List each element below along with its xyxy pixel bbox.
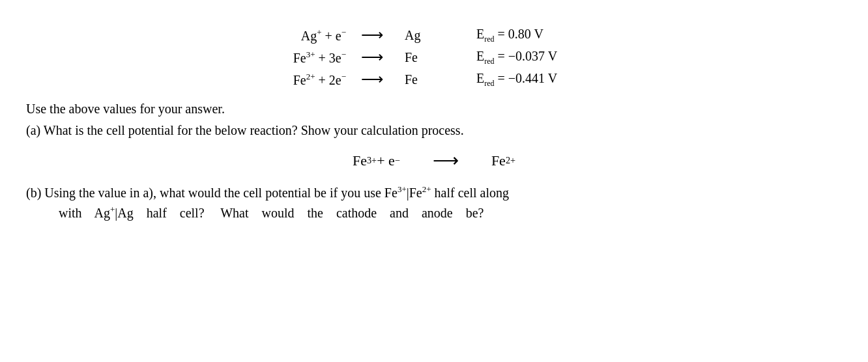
use-values-text: Use the above values for your answer. [26,102,842,117]
part-a: (a) What is the cell potential for the b… [26,123,842,138]
reaction-1-rhs: Ag [398,28,437,43]
part-b: (b) Using the value in a), what would th… [26,183,842,223]
reaction-row-2: Fe3+ + 3e− ⟶ Fe Ered = −0.037 V [222,48,646,66]
reaction-3-arrow: ⟶ [346,70,398,89]
part-b-label: (b) [26,186,41,200]
center-reaction: Fe3+ + e− ⟶ Fe2+ [26,150,842,171]
reactions-table: Ag+ + e− ⟶ Ag Ered = 0.80 V Fe3+ + 3e− ⟶… [26,26,842,89]
center-reaction-arrow: ⟶ [426,150,465,171]
reaction-2-ered: Ered = −0.037 V [437,49,568,66]
reaction-2-arrow: ⟶ [346,48,398,66]
part-a-label: (a) [26,123,40,137]
reaction-1-lhs: Ag+ + e− [222,27,346,44]
reaction-1-ered: Ered = 0.80 V [437,27,568,44]
center-reaction-rhs: Fe2+ [491,152,515,169]
center-reaction-lhs: Fe3+ + e− [353,152,400,169]
part-a-text: What is the cell potential for the below… [44,123,464,137]
part-b-content: Using the value in a), what would the ce… [44,186,509,200]
reaction-3-lhs: Fe2+ + 2e− [222,72,346,88]
reaction-row-1: Ag+ + e− ⟶ Ag Ered = 0.80 V [222,26,646,44]
reaction-3-rhs: Fe [398,72,437,87]
part-b-line2: with Ag+|Ag half cell? What would the ca… [59,206,484,220]
reaction-1-arrow: ⟶ [346,26,398,44]
page-container: Ag+ + e− ⟶ Ag Ered = 0.80 V Fe3+ + 3e− ⟶… [26,26,842,223]
reaction-2-rhs: Fe [398,50,437,65]
reaction-row-3: Fe2+ + 2e− ⟶ Fe Ered = −0.441 V [222,70,646,89]
reaction-3-ered: Ered = −0.441 V [437,71,568,89]
reaction-2-lhs: Fe3+ + 3e− [222,49,346,66]
